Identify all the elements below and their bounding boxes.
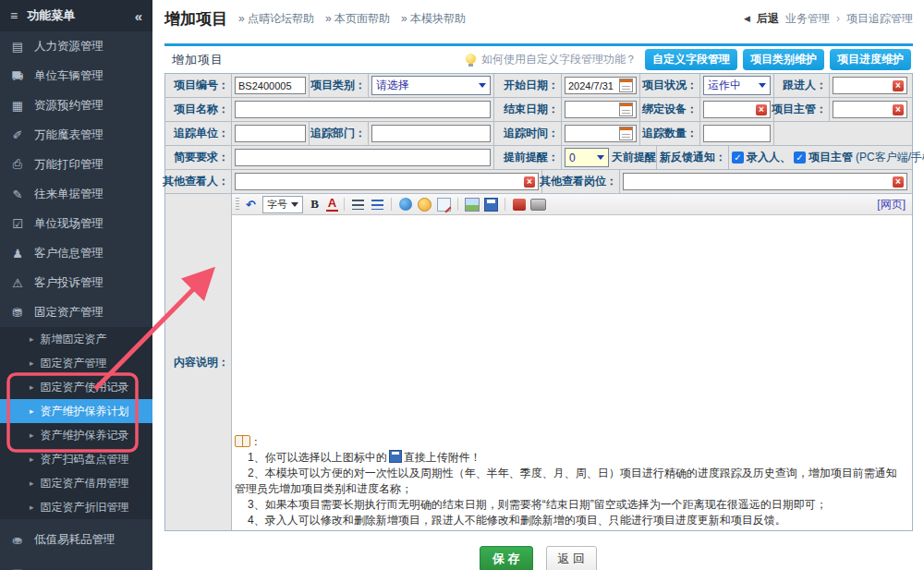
project-no-input[interactable]: BS2400005 <box>235 77 306 94</box>
return-button[interactable]: 返 回 <box>546 546 598 570</box>
list-icon[interactable] <box>370 197 385 212</box>
forum-help-link[interactable]: » 点晴论坛帮助 <box>238 11 314 27</box>
help-line1-suffix: 直接上传附件！ <box>404 451 481 464</box>
editor-content-area[interactable]: ： 1、你可以选择以上图标中的直接上传附件！ 2、本模块可以方便的对一次性以及周… <box>232 215 912 530</box>
align-icon[interactable] <box>350 197 366 212</box>
back-button[interactable]: 后退 <box>757 11 779 27</box>
sidebar-item-label: 客户信息管理 <box>34 246 103 261</box>
clear-icon[interactable]: × <box>524 176 535 188</box>
clear-icon[interactable]: × <box>893 176 904 188</box>
brief-input[interactable] <box>235 149 491 166</box>
font-size-select[interactable]: 字号 <box>262 196 303 213</box>
toolbar-grip-icon[interactable] <box>236 198 239 211</box>
start-date-label: 开始日期： <box>494 74 562 97</box>
editor-toolbar: ↶ 字号 B A <box>232 194 912 215</box>
add-project-panel: 增加项目 如何使用自定义字段管理功能？ 自定义字段管理 项目类别维护 项目进度维… <box>164 43 913 531</box>
other-post-input[interactable]: × <box>623 173 907 190</box>
sidebar-item-print[interactable]: ⎙万能打印管理 <box>0 150 152 179</box>
font-color-icon[interactable]: A <box>326 198 338 212</box>
sidebar-subitem-scan-inventory[interactable]: ▸资产扫码盘点管理 <box>0 447 152 471</box>
end-date-input[interactable] <box>565 101 637 118</box>
track-unit-input[interactable] <box>235 125 306 142</box>
calendar-icon[interactable] <box>619 103 633 116</box>
editor-empty-space[interactable] <box>232 215 912 434</box>
save-button[interactable]: 保 存 <box>480 546 533 570</box>
upload-attachment-icon[interactable] <box>483 197 499 212</box>
toolbar-divider <box>457 198 458 211</box>
track-time-label: 追踪时间： <box>494 122 562 145</box>
manager-input[interactable]: × <box>833 101 907 118</box>
breadcrumb-current[interactable]: 项目追踪管理 <box>846 11 913 27</box>
custom-field-manage-button[interactable]: 自定义字段管理 <box>645 49 737 70</box>
track-time-input[interactable] <box>565 125 637 142</box>
calendar-icon[interactable] <box>619 127 633 140</box>
form-cell: × <box>232 170 542 193</box>
sidebar-subitem-add-asset[interactable]: ▸新增固定资产 <box>0 327 152 351</box>
sidebar-item-documents[interactable]: ✎往来单据管理 <box>0 179 152 209</box>
clear-icon[interactable]: × <box>893 80 904 91</box>
form-cell <box>232 146 494 169</box>
help-lead-colon: ： <box>250 435 261 448</box>
follower-input[interactable]: × <box>833 77 907 94</box>
insert-image-icon[interactable] <box>464 197 480 212</box>
sidebar-item-resource-booking[interactable]: ▦资源预约管理 <box>0 91 152 120</box>
category-select[interactable]: 请选择 <box>371 76 491 95</box>
notify-entry-checkbox[interactable]: ✓ <box>732 152 744 164</box>
form-cell: × <box>830 74 910 97</box>
sidebar-header[interactable]: ≡ 功能菜单 « <box>0 0 152 31</box>
sidebar-item-site[interactable]: ☑单位现场管理 <box>0 209 152 238</box>
chevron-down-icon <box>759 83 766 88</box>
sidebar-subitem-asset-borrow[interactable]: ▸固定资产借用管理 <box>0 471 152 495</box>
module-help-link[interactable]: » 本模块帮助 <box>401 11 466 27</box>
link-globe-icon[interactable] <box>397 197 413 212</box>
notify-manager-checkbox[interactable]: ✓ <box>794 152 806 164</box>
list-bars <box>371 200 383 210</box>
device-input[interactable]: × <box>703 101 771 118</box>
other-viewer-input[interactable]: × <box>235 173 539 190</box>
breadcrumb-parent[interactable]: 业务管理 <box>785 11 830 27</box>
sidebar-item-hr[interactable]: ▤人力资源管理 <box>0 31 152 61</box>
sidebar-item-fixed-assets[interactable]: ⛃固定资产管理 <box>0 297 152 327</box>
bold-icon[interactable]: B <box>307 197 322 212</box>
webpage-mode-link[interactable]: [网页] <box>877 197 906 212</box>
start-date-input[interactable]: 2024/7/31 <box>565 77 637 94</box>
track-qty-input[interactable] <box>703 125 771 142</box>
sidebar-item-complaints[interactable]: ⚠客户投诉管理 <box>0 268 152 297</box>
sidebar-item-magic-report[interactable]: ✐万能魔表管理 <box>0 120 152 150</box>
track-dept-label: 追踪部门： <box>310 122 369 145</box>
clear-icon[interactable]: × <box>893 104 904 115</box>
track-dept-input[interactable] <box>371 125 491 142</box>
footer-actions: 保 存 返 回 <box>152 546 924 570</box>
sidebar-subitem-maintenance-plan[interactable]: ▸资产维护保养计划 <box>0 399 152 423</box>
project-name-input[interactable] <box>235 101 491 118</box>
printer-icon: ⎙ <box>10 157 25 172</box>
media-icon[interactable] <box>511 197 527 212</box>
help-line-2: 2、本模块可以方便的对一次性以及周期性（年、半年、季度、月、周、日）项目进行精确… <box>235 466 906 497</box>
calendar-icon[interactable] <box>619 79 633 92</box>
custom-field-help-link[interactable]: 如何使用自定义字段管理功能？ <box>481 52 637 67</box>
clear-icon[interactable]: × <box>756 104 767 115</box>
table-edit-icon[interactable] <box>436 197 452 212</box>
sidebar-subitem-asset-usage-record[interactable]: ▸固定资产使用记录 <box>0 375 152 399</box>
screenshot-icon[interactable] <box>530 197 546 212</box>
media-shape <box>513 199 526 211</box>
sidebar-item-vehicle[interactable]: ⛟单位车辆管理 <box>0 61 152 91</box>
emoticon-icon[interactable] <box>417 197 432 212</box>
inline-attachment-icon <box>389 450 402 463</box>
sidebar-subitem-asset-mgmt[interactable]: ▸固定资产管理 <box>0 351 152 375</box>
triangle-right-icon: ▸ <box>30 455 34 464</box>
progress-maintain-button[interactable]: 项目进度维护 <box>830 49 911 70</box>
sidebar-subitem-maintenance-record[interactable]: ▸资产维护保养记录 <box>0 423 152 447</box>
collapse-sidebar-icon[interactable]: « <box>135 8 142 24</box>
remind-days-select[interactable]: 0 <box>565 148 609 167</box>
category-maintain-button[interactable]: 项目类别维护 <box>743 49 824 70</box>
other-post-label: 其他查看岗位： <box>542 170 620 193</box>
sidebar-item-partial[interactable]: ▥ <box>0 558 152 570</box>
undo-icon[interactable]: ↶ <box>243 197 259 212</box>
sidebar-item-customer-info[interactable]: ♟客户信息管理 <box>0 238 152 268</box>
page-help-link[interactable]: » 本页面帮助 <box>325 11 390 27</box>
sidebar-item-consumables[interactable]: ⛂低值易耗品管理 <box>0 525 152 554</box>
sidebar-subitem-depreciation[interactable]: ▸固定资产折旧管理 <box>0 495 152 519</box>
status-select[interactable]: 运作中 <box>703 76 771 95</box>
sidebar: ≡ 功能菜单 « ▤人力资源管理 ⛟单位车辆管理 ▦资源预约管理 ✐万能魔表管理… <box>0 0 152 570</box>
